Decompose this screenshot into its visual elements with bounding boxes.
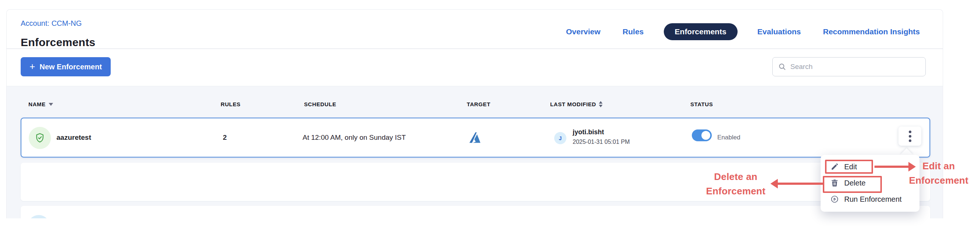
toggle-knob	[702, 131, 710, 140]
column-header-schedule: SCHEDULE	[304, 101, 336, 107]
main-card: Account: CCM-NG Enforcements Overview Ru…	[6, 9, 943, 218]
tab-evaluations[interactable]: Evaluations	[755, 27, 803, 36]
header-divider	[6, 48, 943, 49]
rules-count: 2	[223, 118, 227, 157]
status-toggle[interactable]	[692, 129, 712, 141]
search-icon	[778, 62, 787, 71]
table-row-aazuretest[interactable]: aazuretest 2 At 12:00 AM, only on Sunday…	[21, 118, 930, 158]
avatar: J	[554, 132, 566, 144]
more-options-icon	[909, 131, 912, 133]
edit-annotation-label: Edit an Enforcement	[902, 159, 975, 188]
column-header-target: TARGET	[467, 101, 490, 107]
plus-icon: +	[30, 62, 35, 71]
menu-item-run-enforcement[interactable]: Run Enforcement	[821, 191, 920, 207]
tab-recommendation-insights[interactable]: Recommendation Insights	[821, 27, 922, 36]
shield-check-icon	[34, 132, 46, 144]
azure-icon	[468, 131, 482, 145]
sort-desc-icon	[49, 103, 53, 106]
last-modified-user: jyoti.bisht	[573, 128, 604, 136]
enforcement-name: aazuretest	[56, 118, 91, 157]
enforcement-type-badge	[28, 215, 50, 218]
column-header-rules: RULES	[221, 101, 240, 107]
delete-annotation-label: Delete an Enforcement	[700, 170, 772, 198]
delete-annotation-arrow	[778, 183, 823, 185]
schedule-text: At 12:00 AM, only on Sunday IST	[302, 118, 406, 157]
column-header-last-modified[interactable]: LAST MODIFIED	[550, 101, 603, 107]
top-nav-tabs: Overview Rules Enforcements Evaluations …	[564, 23, 922, 40]
last-modified-timestamp: 2025-01-31 05:01 PM	[573, 139, 630, 145]
table-row[interactable]	[21, 163, 930, 201]
tab-rules[interactable]: Rules	[620, 27, 646, 36]
play-circle-icon	[830, 195, 839, 204]
row-options-button[interactable]	[899, 126, 921, 146]
column-header-status: STATUS	[690, 101, 713, 107]
table-row[interactable]	[21, 206, 930, 218]
tab-overview[interactable]: Overview	[564, 27, 603, 36]
enforcements-table: NAME RULES SCHEDULE TARGET LAST MODIFIED…	[6, 86, 943, 218]
page-title: Enforcements	[21, 36, 95, 49]
target-cell	[468, 131, 482, 145]
breadcrumb-account[interactable]: Account: CCM-NG	[21, 19, 82, 28]
search-input[interactable]	[790, 63, 920, 71]
delete-highlight-box	[823, 176, 882, 193]
enforcements-page: Account: CCM-NG Enforcements Overview Ru…	[0, 0, 980, 239]
sort-icon	[599, 101, 603, 107]
search-box	[772, 57, 926, 76]
enforcement-type-badge	[29, 127, 51, 149]
tab-enforcements[interactable]: Enforcements	[664, 23, 738, 40]
status-label: Enabled	[717, 118, 740, 157]
edit-highlight-box	[825, 160, 873, 174]
new-enforcement-button[interactable]: + New Enforcement	[21, 57, 111, 76]
new-enforcement-label: New Enforcement	[40, 63, 102, 71]
column-header-name[interactable]: NAME	[29, 101, 53, 107]
